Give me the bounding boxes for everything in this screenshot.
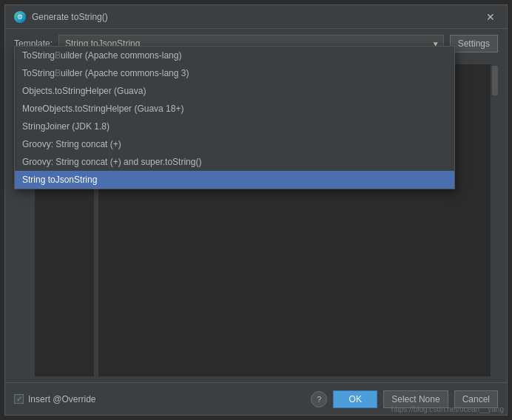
scrollbar[interactable] [492,64,498,376]
dropdown-item-4[interactable]: StringJoiner (JDK 1.8) [15,118,454,135]
override-checkbox-wrapper: Insert @Override [14,394,96,404]
dropdown-item-2[interactable]: Objects.toStringHelper (Guava) [15,82,454,100]
dropdown-item-6[interactable]: Groovy: String concat (+) and super.toSt… [15,153,454,171]
dropdown-item-3[interactable]: MoreObjects.toStringHelper (Guava 18+) [15,100,454,118]
dropdown-item-1[interactable]: ToStringBuilder (Apache commons-lang 3) [15,64,454,82]
dialog-title: Generate toString() [32,12,108,22]
ok-button[interactable]: OK [333,390,377,408]
settings-button[interactable]: Settings [450,35,498,52]
dialog: ⚙ Generate toString() ✕ Template: ▼ Sett… [4,4,508,416]
dropdown-item-7[interactable]: String toJsonString [15,171,454,189]
dropdown-item-0[interactable]: ToStringBuilder (Apache commons-lang) [15,47,454,64]
override-checkbox[interactable] [14,394,24,404]
dropdown-item-5[interactable]: Groovy: String concat (+) [15,135,454,153]
title-bar: ⚙ Generate toString() ✕ [5,5,507,29]
dialog-icon: ⚙ [14,11,26,23]
override-label: Insert @Override [28,394,96,404]
template-dropdown: ToStringBuilder (Apache commons-lang) To… [14,46,455,189]
help-button[interactable]: ? [311,391,327,407]
title-bar-left: ⚙ Generate toString() [14,11,108,23]
watermark: https://blog.csdn.net/ocean__yang [388,404,507,415]
close-button[interactable]: ✕ [483,10,498,24]
